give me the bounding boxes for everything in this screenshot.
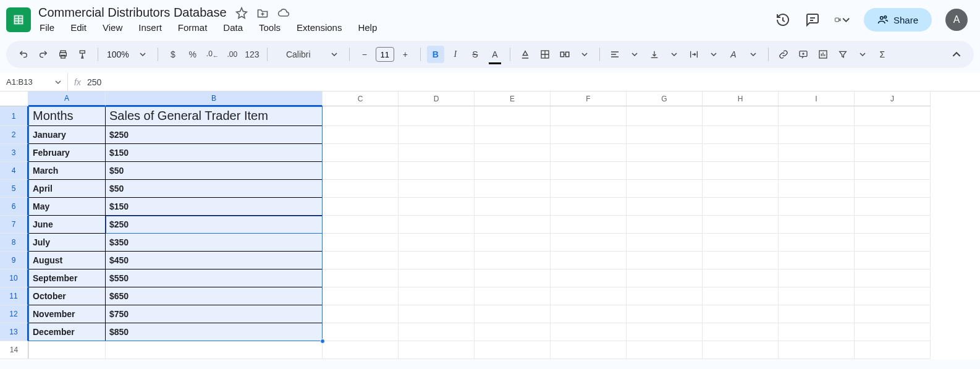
cell[interactable] [855,198,931,216]
cell[interactable] [399,287,475,305]
cell[interactable] [703,323,779,341]
menu-insert[interactable]: Insert [137,21,163,34]
cell[interactable] [627,252,703,269]
cell[interactable] [703,180,779,198]
chevron-down-icon[interactable] [854,46,871,63]
chevron-down-icon[interactable] [705,46,722,63]
cell[interactable] [627,234,703,252]
cell[interactable] [323,198,399,216]
cell[interactable] [399,216,475,234]
cell[interactable] [399,198,475,216]
share-button[interactable]: Share [864,8,932,32]
decrease-decimal-button[interactable]: .0← [204,46,221,63]
cell[interactable]: June [28,216,106,234]
cell[interactable] [703,144,779,162]
cell[interactable] [323,234,399,252]
row-header[interactable]: 5 [0,180,28,198]
cell[interactable] [475,234,551,252]
paint-format-button[interactable] [74,46,91,63]
link-button[interactable] [775,46,792,63]
doc-title[interactable]: Commercial Distributors Database [38,6,227,20]
cell[interactable] [627,180,703,198]
cell[interactable] [779,144,855,162]
cell[interactable] [399,234,475,252]
cell[interactable] [323,287,399,305]
undo-button[interactable] [15,46,32,63]
cell[interactable] [551,305,627,323]
row-header[interactable]: 8 [0,234,28,252]
cell[interactable] [703,341,779,359]
cell[interactable] [855,144,931,162]
cell[interactable]: $550 [106,269,323,287]
increase-decimal-button[interactable]: .00 [224,46,241,63]
cell[interactable] [399,323,475,341]
cell[interactable] [855,341,931,359]
cell[interactable] [779,162,855,180]
menu-data[interactable]: Data [222,21,244,34]
cell[interactable] [28,341,106,359]
collapse-toolbar-button[interactable] [948,46,965,63]
col-header[interactable]: B [106,91,323,106]
cell[interactable]: March [28,162,106,180]
cell[interactable] [627,106,703,126]
cell[interactable] [855,180,931,198]
cell[interactable] [703,305,779,323]
menu-view[interactable]: View [101,21,124,34]
cell[interactable] [399,144,475,162]
cell[interactable] [475,106,551,126]
chevron-down-icon[interactable] [576,46,593,63]
percent-button[interactable]: % [184,46,201,63]
cell[interactable] [703,234,779,252]
cell[interactable]: Months [28,106,106,126]
chevron-down-icon[interactable] [745,46,762,63]
cell[interactable] [779,198,855,216]
cell[interactable] [855,252,931,269]
cell[interactable] [855,269,931,287]
cell[interactable] [399,180,475,198]
menu-file[interactable]: File [38,21,56,34]
cell[interactable] [779,234,855,252]
sheets-logo[interactable] [6,7,31,32]
cloud-icon[interactable] [277,7,290,19]
select-all-corner[interactable] [0,91,28,106]
cell[interactable] [323,305,399,323]
print-button[interactable] [54,46,72,63]
decrease-font-button[interactable]: − [356,46,373,63]
cell[interactable] [551,341,627,359]
cell[interactable] [703,126,779,144]
cell[interactable] [475,126,551,144]
cell[interactable]: Sales of General Trader Item [106,106,323,126]
cell[interactable] [627,216,703,234]
font-size-input[interactable]: 11 [376,47,394,62]
cell[interactable] [779,216,855,234]
cell[interactable]: $250 [106,126,323,144]
cell[interactable] [855,287,931,305]
cell[interactable]: $650 [106,287,323,305]
cell[interactable] [475,287,551,305]
star-icon[interactable] [235,7,248,19]
cell[interactable] [399,252,475,269]
cell[interactable] [475,252,551,269]
cell[interactable]: $50 [106,180,323,198]
cell[interactable] [323,106,399,126]
col-header[interactable]: G [627,91,703,106]
formula-value[interactable]: 250 [87,77,101,87]
cell[interactable] [855,305,931,323]
chart-button[interactable] [814,46,832,63]
comment-icon[interactable] [805,12,821,28]
cell[interactable]: September [28,269,106,287]
cell[interactable] [551,180,627,198]
cell[interactable] [475,198,551,216]
cell[interactable] [475,305,551,323]
merge-button[interactable] [556,46,573,63]
cell[interactable] [399,269,475,287]
cell[interactable] [475,180,551,198]
insert-comment-button[interactable] [795,46,812,63]
col-header[interactable]: C [323,91,399,106]
row-header[interactable]: 1 [0,106,28,126]
cell[interactable] [627,144,703,162]
menu-tools[interactable]: Tools [258,21,282,34]
cell[interactable]: $150 [106,144,323,162]
row-header[interactable]: 12 [0,305,28,323]
menu-format[interactable]: Format [177,21,209,34]
